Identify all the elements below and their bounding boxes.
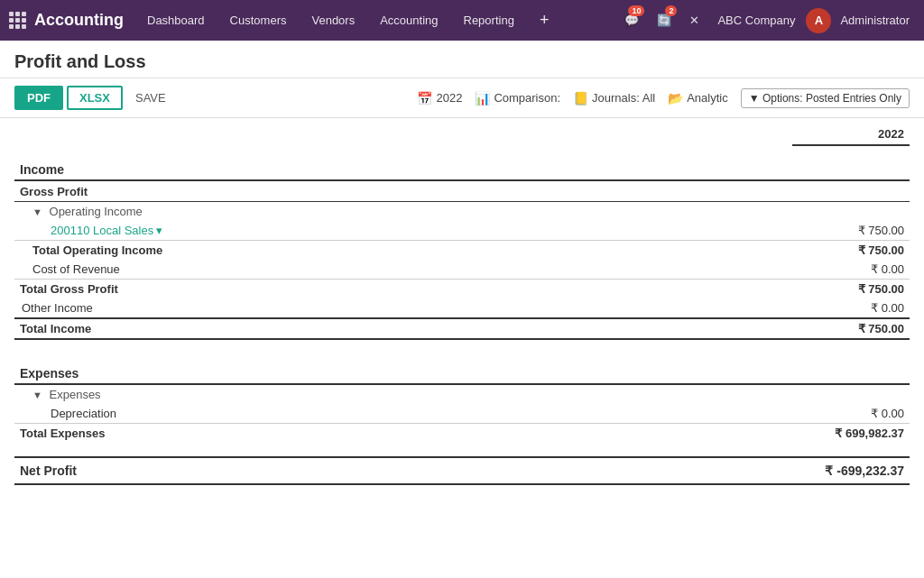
navbar: Accounting Dashboard Customers Vendors A… [0, 0, 924, 41]
local-sales-link[interactable]: 200110 Local Sales ▾ [51, 224, 787, 237]
company-name[interactable]: ABC Company [710, 14, 802, 27]
page-title: Profit and Loss [14, 51, 910, 72]
report-table: Income Gross Profit ▼ Operating Income 2… [14, 150, 910, 485]
messages-badge: 10 [628, 5, 644, 16]
activity-icon[interactable]: 🔄 2 [650, 0, 679, 41]
cost-of-revenue-amount: ₹ 0.00 [792, 260, 910, 280]
nav-accounting[interactable]: Accounting [369, 0, 448, 41]
collapse-icon[interactable]: ▼ [32, 206, 42, 217]
operating-income-row: ▼ Operating Income [14, 202, 910, 222]
page-header: Profit and Loss [0, 41, 924, 78]
journals-filter[interactable]: 📒 Journals: All [573, 91, 655, 106]
grid-icon[interactable] [9, 12, 27, 30]
expenses-collapse-icon[interactable]: ▼ [32, 390, 42, 400]
year-header: 2022 [792, 127, 910, 146]
dropdown-icon: ▾ [156, 224, 162, 237]
depreciation-amount: ₹ 0.00 [792, 404, 910, 424]
avatar: A [806, 8, 831, 33]
messages-icon[interactable]: 💬 10 [617, 0, 646, 41]
toolbar: PDF XLSX SAVE 📅 2022 📊 Comparison: 📒 Jou… [0, 78, 924, 118]
calendar-icon: 📅 [417, 91, 432, 106]
options-filter[interactable]: ▼ Options: Posted Entries Only [741, 88, 910, 108]
net-profit-amount: ₹ -699,232.37 [792, 457, 910, 484]
nav-add[interactable]: + [529, 0, 560, 41]
analytic-filter[interactable]: 📂 Analytic [668, 91, 728, 106]
expenses-group-row: ▼ Expenses [14, 384, 910, 404]
pdf-button[interactable]: PDF [14, 86, 63, 110]
expenses-section-header: Expenses [14, 353, 910, 384]
total-income-amount: ₹ 750.00 [792, 318, 910, 339]
nav-reporting[interactable]: Reporting [453, 0, 525, 41]
total-operating-income-row: Total Operating Income ₹ 750.00 [14, 241, 910, 261]
total-income-row: Total Income ₹ 750.00 [14, 318, 910, 339]
analytic-icon: 📂 [668, 91, 683, 106]
journal-icon: 📒 [573, 91, 588, 106]
save-button[interactable]: SAVE [126, 87, 175, 108]
gross-profit-header: Gross Profit [14, 180, 910, 202]
total-expenses-amount: ₹ 699,982.37 [792, 424, 910, 444]
nav-dashboard[interactable]: Dashboard [136, 0, 216, 41]
toolbar-filters: 📅 2022 📊 Comparison: 📒 Journals: All 📂 A… [417, 88, 910, 108]
report-area: 2022 Income Gross Profit ▼ Operating Inc… [0, 118, 924, 494]
comparison-filter[interactable]: 📊 Comparison: [475, 91, 560, 106]
brand-title[interactable]: Accounting [34, 11, 124, 30]
net-profit-row: Net Profit ₹ -699,232.37 [14, 457, 910, 484]
depreciation-row: Depreciation ₹ 0.00 [14, 404, 910, 424]
filter-icon: ▼ [749, 92, 762, 105]
total-gross-profit-amount: ₹ 750.00 [792, 280, 910, 299]
year-header-row: 2022 [14, 127, 910, 146]
year-filter[interactable]: 📅 2022 [417, 91, 462, 106]
local-sales-amount: ₹ 750.00 [792, 221, 910, 241]
activity-badge: 2 [665, 5, 677, 16]
income-section-header: Income [14, 150, 910, 180]
xlsx-button[interactable]: XLSX [67, 86, 123, 110]
chart-icon: 📊 [475, 91, 490, 106]
close-icon[interactable]: ✕ [682, 0, 707, 41]
other-income-row: Other Income ₹ 0.00 [14, 298, 910, 318]
nav-customers[interactable]: Customers [219, 0, 298, 41]
cost-of-revenue-row: Cost of Revenue ₹ 0.00 [14, 260, 910, 280]
total-operating-income-amount: ₹ 750.00 [792, 241, 910, 261]
other-income-amount: ₹ 0.00 [792, 298, 910, 318]
total-expenses-row: Total Expenses ₹ 699,982.37 [14, 424, 910, 444]
nav-vendors[interactable]: Vendors [300, 0, 365, 41]
total-gross-profit-row: Total Gross Profit ₹ 750.00 [14, 280, 910, 299]
admin-name: Administrator [835, 14, 915, 27]
local-sales-row: 200110 Local Sales ▾ ₹ 750.00 [14, 221, 910, 241]
